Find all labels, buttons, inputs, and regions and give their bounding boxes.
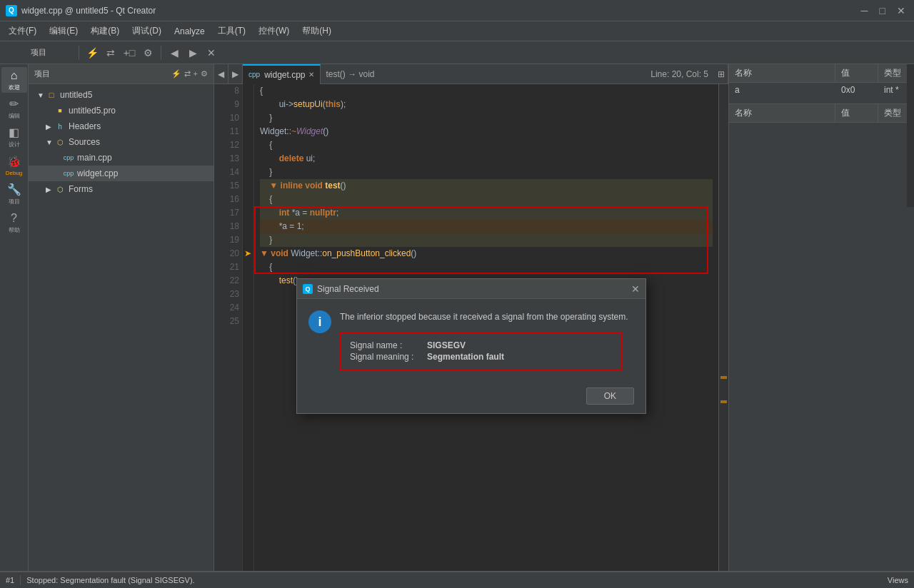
menu-tools[interactable]: 工具(T)	[212, 22, 251, 40]
tab-nav-forward[interactable]: ▶	[228, 64, 243, 84]
menubar: 文件(F) 编辑(E) 构建(B) 调试(D) Analyze 工具(T) 控件…	[0, 21, 914, 41]
tree-headers-label: Headers	[69, 121, 101, 131]
menu-file[interactable]: 文件(F)	[3, 22, 42, 40]
tree-main-cpp[interactable]: cpp main.cpp	[29, 150, 214, 166]
right-panel-lower-header: 名称 值 类型	[729, 104, 914, 123]
tree-forms-label: Forms	[69, 184, 93, 194]
close-editor[interactable]: ✕	[203, 44, 220, 61]
code-line-20: *a = 1;	[260, 220, 713, 233]
project-settings-btn[interactable]: ⚙	[201, 69, 208, 78]
project-tree: ▼ □ untitled5 ■ untitled5.pro ▶ h Header…	[29, 84, 214, 571]
tree-forms[interactable]: ▶ ⬡ Forms	[29, 181, 214, 197]
debug-statusbar: #1 Stopped: Segmentation fault (Signal S…	[0, 572, 914, 588]
dialog-signal-box: Signal name : SIGSEGV Signal meaning : S…	[340, 332, 623, 370]
menu-analyze[interactable]: Analyze	[169, 24, 211, 39]
gutter: ➤	[243, 84, 254, 571]
main-container: ⌂ 欢迎 ✏ 编辑 ◧ 设计 🐞 Debug 🔧 项目 ? 帮助 项目	[0, 64, 914, 571]
editor-scrollbar[interactable]	[718, 84, 728, 571]
right-panel: 名称 值 类型 a 0x0 int * 名称 值 类型	[728, 64, 914, 571]
dialog-info-icon: i	[308, 310, 331, 333]
status-divider	[20, 575, 21, 585]
editor-tab-label: widget.cpp	[264, 70, 305, 80]
titlebar-title: widget.cpp @ untitled5 - Qt Creator	[21, 6, 858, 16]
filter-btn[interactable]: ⚡	[84, 44, 101, 61]
current-line-arrow: ➤	[244, 247, 251, 260]
sidebar-icons: ⌂ 欢迎 ✏ 编辑 ◧ 设计 🐞 Debug 🔧 项目 ? 帮助	[0, 64, 29, 571]
right-col-value: 值	[835, 64, 878, 82]
dialog-message: The inferior stopped because it received…	[340, 310, 634, 323]
dialog-ok-button[interactable]: OK	[586, 387, 634, 405]
sidebar-edit[interactable]: ✏ 编辑	[1, 96, 27, 121]
signal-meaning-row: Signal meaning : Segmentation fault	[350, 352, 613, 362]
tree-pro-file[interactable]: ■ untitled5.pro	[29, 103, 214, 118]
editor-tab-close[interactable]: ✕	[308, 71, 314, 78]
right-scrollbar[interactable]	[907, 64, 914, 207]
tree-headers[interactable]: ▶ h Headers	[29, 118, 214, 134]
signal-name-row: Signal name : SIGSEGV	[350, 340, 613, 350]
tree-pro-label: untitled5.pro	[69, 106, 116, 116]
minimize-btn[interactable]: ─	[858, 5, 871, 16]
tree-root-label: untitled5	[60, 90, 92, 100]
editor-location-text: test() → void	[326, 69, 375, 79]
tab-nav-back[interactable]: ◀	[214, 64, 228, 84]
cell-value-0: 0x0	[835, 83, 878, 97]
right-panel-lower: 名称 值 类型	[729, 103, 914, 571]
sync-projects-btn[interactable]: ⇄	[184, 69, 191, 78]
menu-controls[interactable]: 控件(W)	[253, 22, 295, 40]
dialog-title: Signal Received	[317, 284, 379, 294]
nav-forward[interactable]: ▶	[184, 44, 201, 61]
sync-btn[interactable]: ⇄	[102, 44, 119, 61]
sidebar-debug[interactable]: 🐞 Debug	[1, 153, 27, 178]
tree-widget-cpp-label: widget.cpp	[77, 168, 118, 178]
views-btn[interactable]: Views	[888, 576, 908, 584]
signal-meaning-label: Signal meaning :	[350, 352, 421, 362]
split-editor-btn[interactable]: ⊞	[714, 64, 728, 84]
menu-edit[interactable]: 编辑(E)	[44, 22, 84, 40]
code-line-18: {	[260, 193, 713, 206]
menu-help[interactable]: 帮助(H)	[296, 22, 337, 40]
nav-back[interactable]: ◀	[166, 44, 183, 61]
signal-name-value: SIGSEGV	[427, 340, 466, 350]
tree-sources-label: Sources	[69, 137, 100, 147]
code-line-12: Widget::~Widget()	[260, 125, 713, 138]
editor-tab-widget-cpp[interactable]: cpp widget.cpp ✕	[243, 64, 321, 84]
bottom-panel: #1 Stopped: Segmentation fault (Signal S…	[0, 571, 914, 588]
tree-root[interactable]: ▼ □ untitled5	[29, 87, 214, 103]
debug-section: #1	[6, 576, 14, 584]
dialog-close-btn[interactable]: ✕	[631, 283, 640, 295]
code-line-19: int *a = nullptr;	[260, 206, 713, 220]
code-line-13: {	[260, 138, 713, 152]
sidebar-design[interactable]: ◧ 设计	[1, 124, 27, 150]
sidebar-project[interactable]: 🔧 项目	[1, 181, 27, 207]
tree-main-cpp-label: main.cpp	[77, 153, 112, 163]
debug-status: Stopped: Segmentation fault (Signal SIGS…	[26, 576, 194, 584]
titlebar-controls[interactable]: ─ □ ✕	[858, 5, 908, 16]
signal-dialog: Q Signal Received ✕ i The inferior stopp…	[296, 278, 646, 414]
right-panel-row-0[interactable]: a 0x0 int *	[729, 83, 914, 98]
code-line-8: {	[260, 84, 713, 98]
tree-sources[interactable]: ▼ ⬡ Sources	[29, 134, 214, 150]
editor-area: ◀ ▶ cpp widget.cpp ✕ test() → void Line:…	[214, 64, 728, 571]
lower-col-name: 名称	[729, 104, 835, 122]
signal-meaning-value: Segmentation fault	[427, 352, 504, 362]
settings-btn[interactable]: ⚙	[139, 44, 156, 61]
sidebar-help[interactable]: ? 帮助	[1, 210, 27, 235]
maximize-btn[interactable]: □	[877, 5, 888, 16]
cell-name-0: a	[729, 83, 835, 97]
app-icon: Q	[6, 5, 17, 16]
add-project-btn[interactable]: +	[194, 69, 198, 78]
sidebar-welcome[interactable]: ⌂ 欢迎	[1, 67, 27, 93]
code-line-21: }	[260, 233, 713, 247]
filter-projects-btn[interactable]: ⚡	[171, 69, 181, 78]
menu-debug[interactable]: 调试(D)	[126, 22, 167, 40]
dialog-body: i The inferior stopped because it receiv…	[297, 299, 646, 382]
project-dropdown[interactable]: 项目	[3, 44, 74, 61]
close-btn[interactable]: ✕	[894, 5, 908, 16]
add-btn[interactable]: +□	[121, 44, 138, 61]
signal-name-label: Signal name :	[350, 340, 421, 350]
toolbar: 项目 ⚡ ⇄ +□ ⚙ ◀ ▶ ✕	[0, 41, 914, 64]
right-panel-header: 名称 值 类型	[729, 64, 914, 83]
right-col-name: 名称	[729, 64, 835, 82]
tree-widget-cpp[interactable]: cpp widget.cpp	[29, 166, 214, 181]
menu-build[interactable]: 构建(B)	[85, 22, 125, 40]
